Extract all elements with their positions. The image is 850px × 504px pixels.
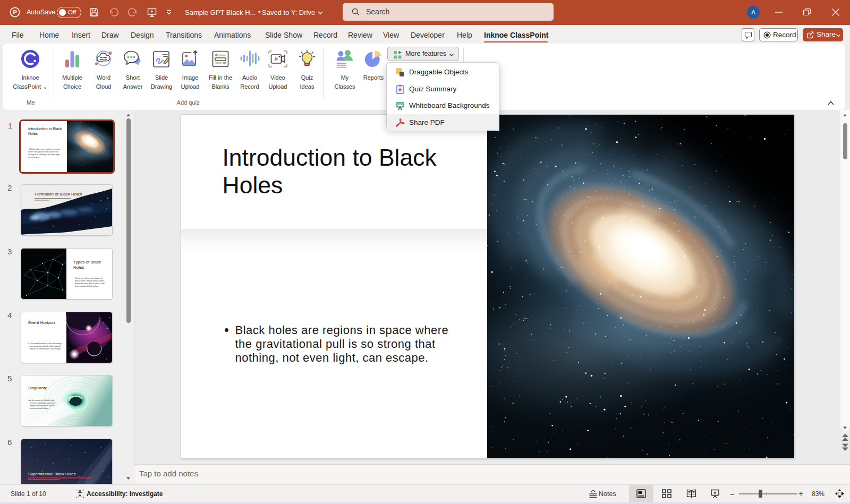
svg-text:which no information can escap: which no information can escape. bbox=[30, 347, 61, 350]
svg-text:Formation of Black Holes: Formation of Black Holes bbox=[35, 192, 82, 197]
svg-text:Holes: Holes bbox=[73, 265, 84, 270]
svg-text:Event Horizon: Event Horizon bbox=[28, 320, 55, 325]
svg-text:P: P bbox=[13, 9, 17, 15]
svg-text:Supermassive Black Holes: Supermassive Black Holes bbox=[28, 472, 75, 476]
svg-text:Types of Black: Types of Black bbox=[73, 260, 101, 264]
svg-text:Singularity: Singularity bbox=[28, 386, 47, 390]
svg-text:lies the singularity, a point: lies the singularity, a point of bbox=[30, 402, 56, 404]
svg-text:Intermediate black holes.: Intermediate black holes. bbox=[75, 285, 98, 287]
svg-text:and time break down.: and time break down. bbox=[30, 407, 49, 409]
svg-text:• At the center of a black hol: • At the center of a black hole, bbox=[28, 399, 55, 402]
svg-text:infinite density where space: infinite density where space bbox=[30, 405, 55, 407]
